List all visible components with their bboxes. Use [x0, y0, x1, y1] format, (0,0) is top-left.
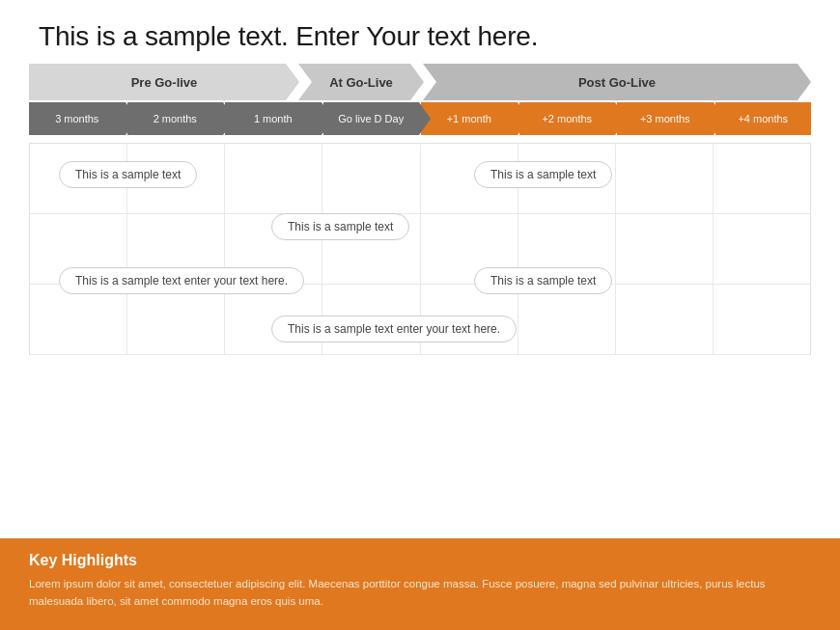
arrow-timeline: 3 months2 months1 monthGo live D Day+1 m…: [29, 102, 811, 135]
phase-post: Post Go-Live: [423, 64, 811, 100]
phase-at-label: At Go-Live: [329, 75, 393, 90]
timeline-item-1: 2 months: [127, 102, 224, 135]
timeline-item-5: +2 months: [519, 102, 616, 135]
box3: This is a sample text: [271, 213, 409, 240]
timeline-item-3: Go live D Day: [323, 102, 420, 135]
phase-headers: Pre Go-live At Go-Live Post Go-Live: [29, 64, 811, 100]
footer-text: Lorem ipsum dolor sit amet, consectetuer…: [29, 575, 811, 611]
box6: This is a sample text enter your text he…: [271, 315, 517, 342]
timeline-item-2: 1 month: [225, 102, 322, 135]
page-title: This is a sample text. Enter Your text h…: [39, 21, 801, 52]
box4: This is a sample text enter your text he…: [59, 267, 304, 294]
header: This is a sample text. Enter Your text h…: [0, 0, 840, 64]
timeline-item-7: +4 months: [715, 102, 812, 135]
page-wrapper: This is a sample text. Enter Your text h…: [0, 0, 840, 630]
content-items: This is a sample textThis is a sample te…: [30, 144, 810, 356]
timeline-item-6: +3 months: [617, 102, 714, 135]
phase-pre: Pre Go-live: [29, 64, 299, 100]
timeline-item-4: +1 month: [421, 102, 518, 135]
timeline-item-0: 3 months: [29, 102, 126, 135]
phase-post-label: Post Go-Live: [578, 75, 656, 90]
footer: Key Highlights Lorem ipsum dolor sit ame…: [0, 538, 840, 630]
timeline-section: Pre Go-live At Go-Live Post Go-Live 3 mo…: [0, 64, 840, 538]
content-grid: This is a sample textThis is a sample te…: [29, 143, 811, 355]
phase-pre-label: Pre Go-live: [131, 75, 198, 90]
box2: This is a sample text: [474, 161, 612, 188]
phase-at: At Go-Live: [298, 64, 424, 100]
box1: This is a sample text: [59, 161, 197, 188]
footer-title: Key Highlights: [29, 552, 811, 569]
box5: This is a sample text: [474, 267, 612, 294]
